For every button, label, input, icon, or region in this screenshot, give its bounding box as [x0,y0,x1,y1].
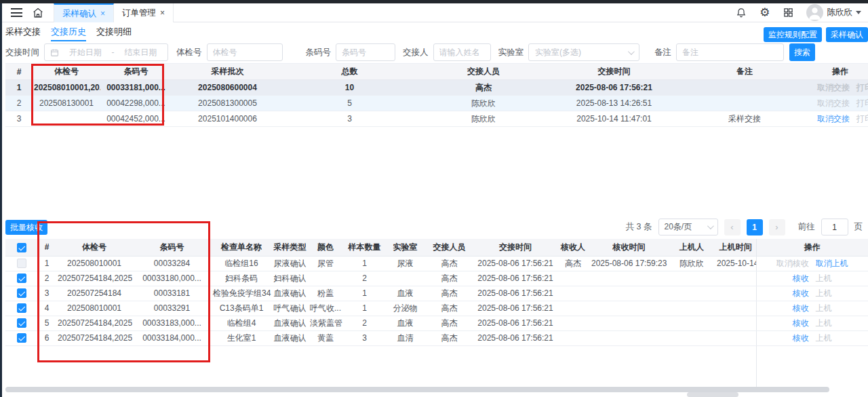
table-header-row: #体检号条码号检查单名称采样类型颜色样本数量实验室交接人员交接时间核收人核收时间… [5,239,868,256]
column-header: # [37,239,56,256]
table-row: 6202507254184,2025...00033184,000...生化室1… [5,330,868,345]
chevron-down-icon [628,48,635,55]
column-header: 交接人员 [416,64,551,80]
row-checkbox[interactable] [17,273,26,283]
table-header-row: #体检号条码号采样批次总数交接人员交接时间备注操作 [5,64,868,80]
column-header: 上机人 [668,239,715,256]
row-checkbox[interactable] [17,333,26,343]
cancel-handover-link[interactable]: 取消交接 [817,114,850,124]
close-icon[interactable]: × [160,4,165,22]
page-unit-label: 页 [854,221,863,233]
cell-actions: 核收上机 [756,301,868,316]
receive-action-link[interactable]: 核收 [793,318,809,328]
close-icon[interactable]: × [100,5,105,22]
cell-exam: 202507254184,2025... [56,330,132,345]
search-button[interactable]: 搜索 [789,43,815,61]
tab-sampling-confirm[interactable]: 采样确认 × [54,3,114,22]
apps-grid-icon[interactable] [783,7,793,18]
lab-multiselect[interactable]: 实验室(多选) [528,43,639,61]
cell-barcode: 00033184,000... [132,330,212,345]
gear-icon[interactable]: ⚙ [760,7,770,18]
cell-time: 2025-08-06 17:56:21 [475,316,556,330]
cell-idx: 6 [37,330,56,345]
tab-order-management[interactable]: 订单管理 × [114,3,174,22]
page-1-button[interactable]: 1 [747,219,763,235]
prev-page-button[interactable]: ‹ [724,219,741,235]
handover-person-input[interactable] [433,43,491,61]
nav-handover-detail[interactable]: 交接明细 [96,23,132,41]
cell-operate_time [715,271,756,286]
onboard-action-link[interactable]: 取消上机 [816,259,848,268]
cell-operate_time [715,316,756,330]
cell-time: 2025-08-06 17:56:21 [475,256,556,271]
user-menu[interactable]: 陈欣欣 [806,4,862,21]
remark-label: 备注 [654,47,671,58]
cell-actions: 取消交接打印 [812,111,868,127]
row-checkbox[interactable] [17,288,26,298]
cell-select [5,286,37,301]
cell-receiver [556,316,590,330]
cell-qty: 1 [342,286,387,301]
select-all-checkbox[interactable] [17,243,26,252]
cell-type: 血液确认 [271,316,309,330]
cell-total: 5 [283,96,416,111]
cell-lab: 血液 [387,286,424,301]
cell-type: 妇科确认 [271,271,309,286]
nav-sampling-handover[interactable]: 采样交接 [5,23,41,41]
exam-no-input[interactable] [207,43,283,61]
table-row: 320250725418400033181检验免疫学组34血液确认粉盖1血液高杰… [5,286,868,301]
cell-name: 临检组16 [212,256,271,271]
column-header: 操作 [756,239,868,256]
remark-input[interactable] [676,43,784,61]
date-range-picker[interactable]: 开始日期 - 结束日期 [44,43,168,61]
next-page-button[interactable]: › [769,219,785,235]
cell-receive_time [590,330,668,345]
home-icon[interactable] [32,7,44,19]
header-right-tools: ⚙ 陈欣欣 [736,4,868,21]
cell-person: 高杰 [424,301,475,316]
column-header: 体检号 [33,64,100,80]
cell-exam: 202508010001 [56,301,132,316]
column-header: 核收时间 [590,239,668,256]
cell-time: 2025-08-06 17:56:21 [475,286,556,301]
window-horizontal-scrollbar[interactable] [687,392,738,397]
lab-label: 实验室 [498,47,524,58]
barcode-input[interactable] [336,43,395,61]
receive-action-link[interactable]: 核收 [793,288,809,298]
row-checkbox[interactable] [17,318,26,328]
cell-operate_time [715,301,756,316]
receive-action-link[interactable]: 核收 [793,303,809,313]
cell-color: 粉盖 [309,286,342,301]
cell-operate_time: 2025-10-14 [715,256,756,271]
row-checkbox[interactable] [17,303,26,313]
goto-page-input[interactable] [821,219,848,235]
nav-handover-history[interactable]: 交接历史 [51,23,86,41]
batch-receive-button[interactable]: 批量核收 [5,220,47,235]
menu-icon[interactable] [11,8,22,17]
bell-icon[interactable] [736,7,747,18]
cancel-handover-link: 取消交接 [817,98,850,108]
horizontal-scrollbar[interactable] [5,387,829,392]
onboard-action-link: 上机 [816,288,832,298]
table-row: 2202507254184,2025...00033180,000...妇科条码… [5,271,868,286]
cell-actions: 核收上机 [756,316,868,330]
row-checkbox[interactable] [17,259,26,268]
cell-receive_time [590,271,668,286]
column-header: 条码号 [132,239,212,256]
filter-bar: 交接时间 开始日期 - 结束日期 体检号 条码号 交接人 实验室 实验室(多选)… [5,43,815,61]
receive-action-link[interactable]: 核收 [793,333,809,343]
cell-type: 呼气确认 [271,301,309,316]
sampling-confirm-button[interactable]: 采样确认 [826,27,868,42]
column-header: 操作 [812,64,868,80]
onboard-action-link: 上机 [816,303,832,313]
cell-name: 检验免疫学组34 [212,286,271,301]
receive-action-link[interactable]: 核收 [793,273,809,283]
cell-receiver [556,301,590,316]
cell-color: 黄盖 [309,330,342,345]
cell-lab: 分泌物 [387,301,424,316]
cell-receiver: 高杰 [556,256,590,271]
monitor-rules-button[interactable]: 监控规则配置 [764,27,822,42]
page-size-select[interactable]: 20条/页 [658,219,718,235]
cell-exam [33,111,100,127]
column-header: 总数 [283,64,416,80]
